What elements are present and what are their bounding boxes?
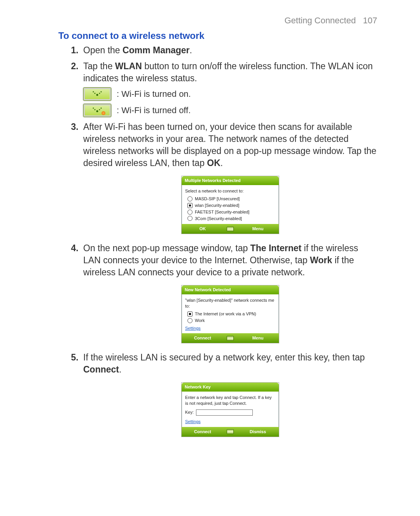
popup-2-prompt: "wlan [Security-enabled]" network connec… <box>185 297 275 309</box>
popup-network-key: Network Key Enter a network key and tap … <box>182 383 279 436</box>
network-option-label: MASD-SIP [Unsecured] <box>195 196 240 202</box>
ok-button[interactable]: OK <box>182 224 224 234</box>
network-option[interactable]: MASD-SIP [Unsecured] <box>185 196 275 202</box>
popup-3-stage: Network Key Enter a network key and tap … <box>83 383 377 436</box>
step-1-text-a: Open the <box>83 45 122 55</box>
wifi-off-row: : Wi-Fi is turned off. <box>83 104 377 117</box>
popup-new-network: New Network Detected "wlan [Security-ena… <box>182 285 279 343</box>
page-header: Getting Connected 107 <box>58 16 377 26</box>
popup-2-title: New Network Detected <box>182 285 279 294</box>
step-3-text-a: After Wi-Fi has been turned on, your dev… <box>83 122 376 168</box>
keyboard-icon[interactable] <box>224 427 237 437</box>
step-5-text-b: . <box>119 364 121 374</box>
wifi-off-icon <box>83 104 111 117</box>
network-option[interactable]: wlan [Security-enabled] <box>185 202 275 209</box>
keyboard-icon[interactable] <box>224 333 237 343</box>
popup-1-prompt: Select a network to connect to: <box>185 188 275 194</box>
network-option-label: wlan [Security-enabled] <box>195 203 239 208</box>
radio-icon <box>187 216 192 221</box>
popup-1-title: Multiple Networks Detected <box>182 176 279 185</box>
steps-list: Open the Comm Manager. Tap the WLAN butt… <box>58 44 377 437</box>
section-title: To connect to a wireless network <box>58 30 377 41</box>
keyboard-icon[interactable] <box>224 224 237 234</box>
popup-3-prompt: Enter a network key and tap Connect. If … <box>185 395 275 406</box>
radio-icon <box>187 210 192 215</box>
popup-2-softbar: Connect Menu <box>182 333 279 343</box>
popup-3-title: Network Key <box>182 383 279 392</box>
step-5-bold: Connect <box>83 364 119 374</box>
popup-2-stage: New Network Detected "wlan [Security-ena… <box>83 285 377 343</box>
settings-link[interactable]: Settings <box>185 419 201 425</box>
popup-3-softbar: Connect Dismiss <box>182 427 279 437</box>
popup-networks: Multiple Networks Detected Select a netw… <box>182 176 279 234</box>
step-1: Open the Comm Manager. <box>81 44 377 56</box>
wifi-on-icon <box>83 87 111 101</box>
network-option[interactable]: 3Com [Security-enabled] <box>185 215 275 222</box>
radio-icon <box>187 318 192 323</box>
menu-button[interactable]: Menu <box>237 333 279 343</box>
step-4-text-a: On the next pop-up message window, tap <box>83 243 250 253</box>
connects-option[interactable]: The Internet (or work via a VPN) <box>185 311 275 317</box>
dismiss-button[interactable]: Dismiss <box>237 427 279 437</box>
connect-button[interactable]: Connect <box>182 333 224 343</box>
network-option-label: FAETEST [Security-enabled] <box>195 209 249 215</box>
wifi-on-row: : Wi-Fi is turned on. <box>83 87 377 101</box>
step-4: On the next pop-up message window, tap T… <box>81 242 377 343</box>
step-1-bold: Comm Manager <box>122 45 190 55</box>
step-3-bold: OK <box>207 158 220 168</box>
step-2-bold: WLAN <box>115 61 142 71</box>
network-option-label: 3Com [Security-enabled] <box>195 216 242 222</box>
step-1-text-b: . <box>190 45 192 55</box>
step-5: If the wireless LAN is secured by a netw… <box>81 352 377 436</box>
step-5-text-a: If the wireless LAN is secured by a netw… <box>83 352 365 362</box>
step-2-text-a: Tap the <box>83 61 115 71</box>
step-4-bold-1: The Internet <box>250 243 302 253</box>
step-3: After Wi-Fi has been turned on, your dev… <box>81 121 377 234</box>
step-4-bold-2: Work <box>310 255 332 265</box>
connects-option[interactable]: Work <box>185 317 275 324</box>
step-2: Tap the WLAN button to turn on/off the w… <box>81 60 377 117</box>
menu-button[interactable]: Menu <box>237 224 279 234</box>
connects-option-label: The Internet (or work via a VPN) <box>195 311 256 317</box>
connects-option-label: Work <box>195 318 205 324</box>
radio-selected-icon <box>187 311 192 317</box>
settings-link[interactable]: Settings <box>185 325 201 331</box>
connect-button[interactable]: Connect <box>182 427 224 437</box>
header-page-number: 107 <box>363 16 377 25</box>
popup-1-softbar: OK Menu <box>182 224 279 234</box>
radio-selected-icon <box>187 203 192 208</box>
key-label: Key: <box>185 409 194 415</box>
network-option[interactable]: FAETEST [Security-enabled] <box>185 209 275 215</box>
wifi-on-label: : Wi-Fi is turned on. <box>117 88 191 100</box>
popup-1-stage: Multiple Networks Detected Select a netw… <box>83 176 377 234</box>
network-key-input[interactable] <box>196 409 253 416</box>
wifi-off-label: : Wi-Fi is turned off. <box>117 105 191 116</box>
radio-icon <box>187 196 192 201</box>
step-3-text-b: . <box>220 158 223 168</box>
header-section: Getting Connected <box>284 16 355 25</box>
